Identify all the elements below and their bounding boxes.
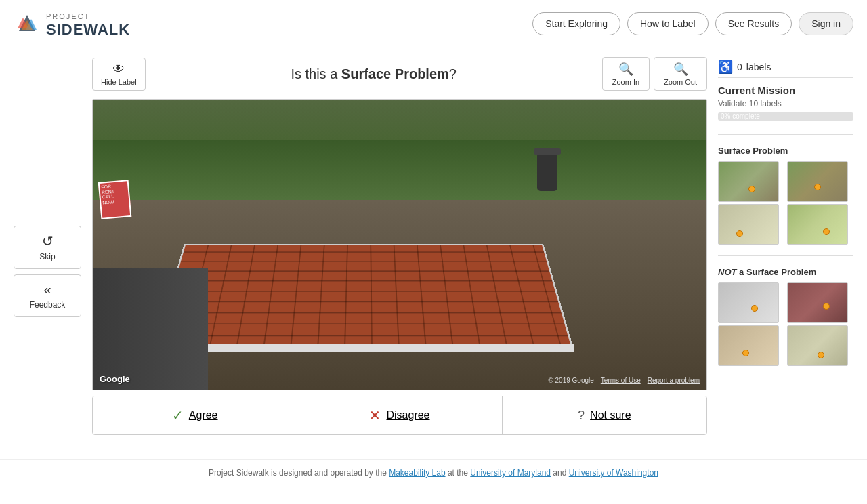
surface-thumb-1 (718, 161, 779, 202)
answer-buttons: ✓ Agree ✕ Disagree ? Not sure (92, 396, 707, 435)
how-to-label-button[interactable]: How to Label (627, 12, 709, 35)
left-panel: ↺ Skip « Feedback (14, 54, 81, 447)
skip-button[interactable]: ↺ Skip (14, 226, 81, 269)
progress-bar: 0% complete (718, 112, 853, 121)
mission-title: Current Mission (718, 85, 853, 96)
not-thumb-dot-3 (742, 350, 749, 356)
wheelchair-icon: ♿ (718, 60, 733, 75)
question-text: Is this a Surface Problem? (146, 66, 602, 82)
makeability-lab-link[interactable]: Makeability Lab (389, 468, 445, 478)
eye-icon: 👁 (112, 62, 125, 77)
university-maryland-link[interactable]: University of Maryland (470, 468, 551, 478)
header: PROJECT SIDEWALK Start Exploring How to … (0, 0, 867, 47)
thumb-dot-3 (736, 230, 743, 237)
feedback-icon: « (43, 282, 51, 297)
report-problem-link[interactable]: Report a problem (648, 377, 700, 384)
section-divider-2 (718, 255, 853, 256)
top-bar: 👁 Hide Label Is this a Surface Problem? … (92, 54, 707, 93)
not-sure-icon: ? (578, 408, 585, 423)
not-sure-button[interactable]: ? Not sure (503, 396, 706, 434)
surface-problem-label: Surface Problem (718, 146, 853, 156)
start-exploring-button[interactable]: Start Exploring (532, 12, 620, 35)
nav-buttons: Start Exploring How to Label See Results… (532, 12, 853, 35)
not-thumb-dot-1 (751, 305, 758, 312)
not-surface-thumb-2 (787, 282, 848, 323)
hide-label-button[interactable]: 👁 Hide Label (92, 58, 146, 91)
progress-label: 0% complete (721, 112, 760, 121)
disagree-icon: ✕ (369, 407, 381, 423)
right-panel: ♿ 0 labels Current Mission Validate 10 l… (718, 54, 853, 447)
surface-thumb-2 (787, 161, 848, 202)
logo-icon (14, 9, 41, 37)
zoom-out-button[interactable]: 🔍 Zoom Out (654, 57, 707, 91)
not-surface-thumb-1 (718, 282, 779, 323)
not-surface-label: NOT a Surface Problem (718, 267, 853, 277)
feedback-button[interactable]: « Feedback (14, 274, 81, 317)
thumb-dot-4 (823, 228, 830, 235)
zoom-in-button[interactable]: 🔍 Zoom In (602, 57, 650, 91)
skip-icon: ↺ (42, 233, 54, 249)
university-washington-link[interactable]: University of Washington (569, 468, 658, 478)
copyright-bar: © 2019 Google Terms of Use Report a prob… (548, 377, 700, 384)
google-watermark: Google (100, 374, 130, 384)
agree-button[interactable]: ✓ Agree (93, 396, 297, 434)
terms-of-use-link[interactable]: Terms of Use (601, 377, 641, 384)
zoom-in-icon: 🔍 (618, 62, 633, 77)
street-view-panel[interactable]: FORRENTCALLNOW Google © 2019 Google Term… (92, 99, 707, 390)
not-thumb-dot-4 (818, 352, 824, 358)
see-results-button[interactable]: See Results (715, 12, 792, 35)
surface-problem-thumbs (718, 161, 853, 245)
zoom-out-icon: 🔍 (673, 62, 688, 77)
main-content: ↺ Skip « Feedback 👁 Hide Label Is this a… (0, 47, 867, 454)
mission-section: Current Mission Validate 10 labels 0% co… (718, 85, 853, 123)
logo-text: PROJECT SIDEWALK (46, 9, 130, 39)
not-surface-problem-section: NOT a Surface Problem (718, 267, 853, 366)
section-divider (718, 134, 853, 135)
not-surface-thumb-3 (718, 325, 779, 366)
labels-count: ♿ 0 labels (718, 57, 853, 78)
surface-thumb-4 (787, 204, 848, 245)
center-panel: 👁 Hide Label Is this a Surface Problem? … (92, 54, 707, 447)
not-surface-thumb-4 (787, 325, 848, 366)
agree-icon: ✓ (172, 407, 184, 423)
thumb-dot-1 (748, 186, 755, 192)
footer: Project Sidewalk is designed and operate… (0, 459, 867, 486)
zoom-controls: 🔍 Zoom In 🔍 Zoom Out (602, 57, 707, 91)
trash-can (537, 154, 557, 191)
thumb-dot-2 (814, 184, 821, 190)
street-view-scene: FORRENTCALLNOW (93, 100, 706, 390)
disagree-button[interactable]: ✕ Disagree (297, 396, 502, 434)
not-surface-thumbs (718, 282, 853, 366)
mission-description: Validate 10 labels (718, 99, 853, 108)
count-value: 0 (737, 62, 742, 72)
logo-area: PROJECT SIDEWALK (14, 9, 130, 39)
surface-problem-section: Surface Problem (718, 146, 853, 245)
not-thumb-dot-2 (823, 303, 830, 310)
count-label: labels (746, 62, 771, 72)
sign-in-button[interactable]: Sign in (799, 12, 853, 35)
surface-thumb-3 (718, 204, 779, 245)
